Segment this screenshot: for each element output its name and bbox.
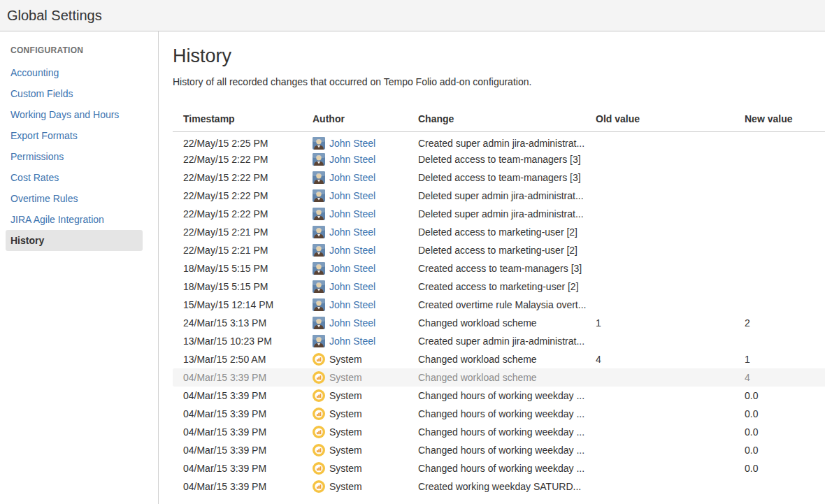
timestamp-cell: 04/Mar/15 3:39 PM: [173, 423, 313, 441]
author-link[interactable]: John Steel: [329, 226, 375, 238]
timestamp-cell: 04/Mar/15 3:39 PM: [173, 441, 313, 459]
new-value-cell: 0.0: [745, 459, 825, 477]
timestamp-cell: 22/May/15 2:25 PM: [173, 132, 313, 150]
new-value-cell: [745, 332, 825, 350]
table-row: 22/May/15 2:22 PM John Steel Deleted acc…: [173, 168, 825, 187]
sidebar-item-export-formats[interactable]: Export Formats: [0, 125, 158, 146]
sidebar-item-working-days-and-hours[interactable]: Working Days and Hours: [0, 104, 158, 125]
author-label: System: [329, 390, 362, 401]
sidebar-item-overtime-rules[interactable]: Overtime Rules: [0, 188, 158, 209]
configuration-sidebar: CONFIGURATION AccountingCustom FieldsWor…: [0, 31, 159, 504]
author-link[interactable]: John Steel: [329, 190, 375, 201]
timestamp-cell: 15/May/15 12:14 PM: [173, 296, 313, 314]
system-logo-icon: [313, 480, 325, 493]
table-row: 15/May/15 12:14 PM John Steel Created ov…: [173, 296, 825, 314]
timestamp-cell: 04/Mar/15 3:39 PM: [173, 459, 313, 477]
author-link[interactable]: John Steel: [329, 208, 375, 219]
table-row: 22/May/15 2:25 PM John Steel Created sup…: [173, 132, 825, 150]
sidebar-item-cost-rates[interactable]: Cost Rates: [0, 167, 158, 188]
new-value-cell: 0.0: [745, 405, 825, 423]
old-value-cell: [596, 223, 745, 241]
sidebar-item-jira-agile-integration[interactable]: JIRA Agile Integration: [0, 209, 158, 230]
system-logo-icon: [313, 444, 325, 456]
system-logo-icon: [313, 462, 325, 475]
timestamp-cell: 22/May/15 2:22 PM: [173, 205, 313, 223]
timestamp-cell: 18/May/15 5:15 PM: [173, 278, 313, 296]
new-value-cell: 2: [745, 314, 825, 332]
old-value-cell: [596, 477, 745, 496]
old-value-cell: [596, 132, 745, 150]
table-row: 04/Mar/15 3:39 PM System Changed hours o…: [173, 405, 825, 423]
author-cell: System: [313, 441, 418, 459]
new-value-cell: 0.0: [745, 423, 825, 441]
timestamp-cell: 04/Mar/15 3:39 PM: [173, 405, 313, 423]
change-cell: Deleted access to marketing-user [2]: [418, 241, 596, 259]
author-link[interactable]: John Steel: [329, 245, 375, 256]
old-value-cell: [596, 387, 745, 405]
table-row: 04/Mar/15 3:39 PM System Changed hours o…: [173, 387, 825, 405]
column-header-new-value: New value: [745, 110, 825, 132]
author-label: System: [329, 445, 362, 456]
sidebar-item-permissions[interactable]: Permissions: [0, 146, 158, 167]
sidebar-item-accounting[interactable]: Accounting: [0, 62, 158, 83]
author-label: System: [329, 426, 362, 438]
new-value-cell: [745, 168, 825, 187]
author-cell: John Steel: [313, 187, 418, 205]
author-link[interactable]: John Steel: [329, 281, 375, 292]
new-value-cell: 0.0: [745, 441, 825, 459]
old-value-cell: [596, 423, 745, 441]
table-row: 18/May/15 5:15 PM John Steel Created acc…: [173, 259, 825, 278]
table-row: 13/Mar/15 10:23 PM John Steel Created su…: [173, 332, 825, 350]
new-value-cell: [745, 132, 825, 150]
author-link[interactable]: John Steel: [329, 154, 375, 165]
old-value-cell: [596, 168, 745, 187]
column-header-old-value: Old value: [596, 110, 745, 132]
timestamp-cell: 22/May/15 2:21 PM: [173, 223, 313, 241]
table-row: 04/Mar/15 3:39 PM System Changed hours o…: [173, 459, 825, 477]
old-value-cell: [596, 187, 745, 205]
user-avatar-icon: [313, 153, 325, 166]
change-cell: Deleted super admin jira-administrat...: [418, 187, 596, 205]
table-row: 24/Mar/15 3:13 PM John Steel Changed wor…: [173, 314, 825, 332]
table-row: 13/Mar/15 2:50 AM System Changed workloa…: [173, 350, 825, 368]
change-cell: Changed hours of working weekday ...: [418, 423, 596, 441]
author-cell: John Steel: [313, 223, 418, 241]
sidebar-items: AccountingCustom FieldsWorking Days and …: [0, 62, 158, 251]
author-link[interactable]: John Steel: [329, 138, 375, 149]
author-link[interactable]: John Steel: [329, 263, 375, 274]
author-cell: John Steel: [313, 278, 418, 296]
timestamp-cell: 04/Mar/15 3:39 PM: [173, 477, 313, 496]
change-cell: Deleted super admin jira-administrat...: [418, 205, 596, 223]
author-link[interactable]: John Steel: [329, 336, 375, 347]
change-cell: Changed hours of working weekday ...: [418, 387, 596, 405]
change-cell: Changed workload scheme: [418, 368, 596, 387]
author-link[interactable]: John Steel: [329, 172, 375, 183]
table-header-row: Timestamp Author Change Old value New va…: [173, 110, 825, 132]
column-header-timestamp: Timestamp: [173, 110, 313, 132]
author-link[interactable]: John Steel: [329, 317, 375, 329]
user-avatar-icon: [313, 298, 325, 311]
old-value-cell: [596, 150, 745, 168]
author-label: System: [329, 408, 362, 419]
user-avatar-icon: [313, 189, 325, 202]
change-cell: Changed hours of working weekday ...: [418, 459, 596, 477]
sidebar-item-custom-fields[interactable]: Custom Fields: [0, 83, 158, 104]
global-settings-header: Global Settings: [0, 0, 825, 31]
timestamp-cell: 04/Mar/15 3:39 PM: [173, 368, 313, 387]
new-value-cell: [745, 187, 825, 205]
change-cell: Created working weekday SATURD...: [418, 477, 596, 496]
author-cell: System: [313, 405, 418, 423]
timestamp-cell: 22/May/15 2:21 PM: [173, 241, 313, 259]
timestamp-cell: 13/Mar/15 10:23 PM: [173, 332, 313, 350]
old-value-cell: [596, 441, 745, 459]
old-value-cell: [596, 405, 745, 423]
system-logo-icon: [313, 371, 325, 384]
sidebar-item-history[interactable]: History: [6, 230, 143, 251]
author-cell: System: [313, 477, 418, 496]
table-row: 22/May/15 2:22 PM John Steel Deleted acc…: [173, 150, 825, 168]
change-cell: Changed hours of working weekday ...: [418, 441, 596, 459]
timestamp-cell: 13/Mar/15 2:50 AM: [173, 350, 313, 368]
author-link[interactable]: John Steel: [329, 299, 375, 310]
history-table: Timestamp Author Change Old value New va…: [173, 110, 825, 496]
old-value-cell: [596, 278, 745, 296]
